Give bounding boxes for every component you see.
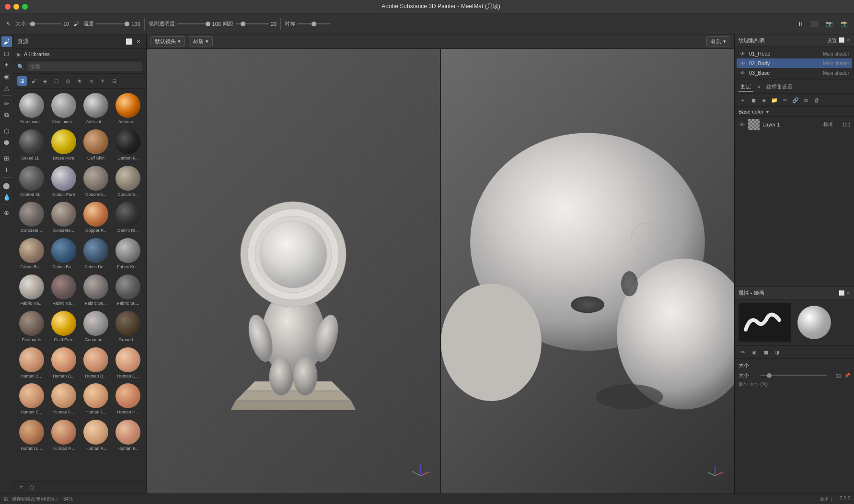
material-item[interactable]: Human B... — [48, 346, 79, 380]
add-layer-btn[interactable]: + — [739, 96, 747, 104]
material-item[interactable]: Fabric Su... — [113, 273, 143, 308]
material-item[interactable]: Fabric Ba... — [16, 237, 46, 271]
layer-eye-icon[interactable]: 👁 — [739, 121, 745, 128]
material-item[interactable]: Artificial ... — [81, 92, 111, 126]
camera-btn[interactable]: 📷 — [823, 19, 835, 29]
brush-size-pin[interactable]: 📌 — [844, 373, 850, 378]
close-button[interactable] — [5, 4, 11, 10]
size-slider[interactable] — [28, 23, 61, 24]
filter-material[interactable]: ◎ — [63, 76, 73, 86]
filter-texture[interactable]: ⬡ — [52, 76, 61, 86]
material-item[interactable]: Human F... — [48, 382, 79, 416]
viewport-container[interactable]: X Y Z — [147, 49, 734, 493]
material-item[interactable]: Autumn ... — [113, 92, 143, 126]
screenshot-btn[interactable]: 📸 — [838, 19, 850, 29]
prop-pen-icon[interactable]: ✏ — [739, 348, 747, 356]
asset-panel-close[interactable]: ✕ — [135, 38, 142, 46]
material-item[interactable]: Fabric Ba... — [48, 237, 79, 271]
layer-1-entry[interactable]: 👁 Layer 1 标准 100 — [735, 117, 854, 132]
prop-close[interactable]: ✕ — [846, 290, 850, 296]
cursor-tool[interactable]: ↖ — [4, 19, 13, 29]
material-item[interactable]: Baked Li... — [16, 128, 46, 162]
material-dropdown[interactable]: 材质 ▾ — [189, 36, 213, 46]
material-item[interactable]: Gouache ... — [81, 309, 111, 344]
layers-tab-close[interactable]: ✕ — [757, 84, 761, 90]
material-item[interactable]: Copper P... — [81, 200, 111, 235]
filter-alpha[interactable]: ◈ — [40, 76, 50, 86]
asset-panel-expand[interactable]: ⬜ — [125, 38, 133, 46]
material-item[interactable]: Human E... — [16, 382, 46, 416]
clone-tool[interactable]: ⧉ — [1, 110, 12, 120]
pause-btn[interactable]: ⏸ — [795, 19, 806, 29]
maximize-button[interactable] — [22, 4, 28, 10]
sym-slider[interactable] — [297, 23, 331, 24]
geometry-tool[interactable]: △ — [1, 82, 12, 93]
text-tool[interactable]: T — [1, 164, 12, 175]
tab-layers[interactable]: 图层 — [739, 82, 753, 92]
smudge-tool[interactable]: ✦ — [1, 59, 12, 70]
material-item[interactable]: Fabric Ro... — [16, 273, 46, 308]
camera-dropdown[interactable]: 默认镜头 ▾ — [150, 36, 185, 46]
material-item[interactable]: Cobalt Pure — [48, 164, 79, 199]
filter-filter[interactable]: ≋ — [86, 76, 96, 86]
paint-tool[interactable]: 🖌 — [1, 36, 12, 47]
material-item[interactable]: Carbon F... — [113, 128, 143, 162]
filter-brush[interactable]: 🖌 — [29, 76, 38, 86]
add-mask-btn[interactable]: ◈ — [760, 96, 768, 104]
layer-delete-btn[interactable]: 🗑 — [812, 96, 821, 104]
add-fill-btn[interactable]: ◼ — [749, 96, 758, 104]
grid-view-btn[interactable]: ⬡ — [28, 484, 35, 492]
texture-set-item[interactable]: 👁 02_Body Main shader — [737, 58, 852, 68]
brush-size-slider[interactable] — [761, 375, 827, 376]
material-item[interactable]: Human C... — [113, 346, 143, 380]
eye-dropper-tool[interactable]: 💧 — [1, 192, 12, 202]
eye-icon[interactable]: 👁 — [739, 50, 746, 57]
material-item[interactable]: Fabric De... — [81, 237, 111, 271]
tab-texture-set[interactable]: 纹理集设置 — [764, 82, 795, 92]
material-item[interactable]: Human F... — [113, 418, 143, 453]
search-input[interactable] — [27, 62, 142, 71]
opacity-slider[interactable] — [177, 23, 210, 24]
material-item[interactable]: Calf Skin — [81, 128, 111, 162]
prop-circle-icon[interactable]: ◉ — [750, 348, 759, 356]
material-item[interactable]: Fabric Ro... — [48, 273, 79, 308]
transform-tool[interactable]: ⊕ — [1, 207, 12, 218]
picker-tool[interactable]: ✏ — [1, 98, 12, 109]
mask-tool[interactable]: ⬢ — [1, 137, 12, 148]
select-tool[interactable]: ⬡ — [1, 126, 12, 136]
filter-all[interactable]: ⊞ — [17, 76, 27, 86]
render-btn[interactable]: ⬛ — [808, 19, 820, 29]
material-item[interactable]: Human F... — [81, 418, 111, 453]
material-item[interactable]: Denim Ri... — [113, 200, 143, 235]
material-item[interactable]: Human F... — [81, 382, 111, 416]
minimize-button[interactable] — [13, 4, 19, 10]
material-item[interactable]: Human L... — [16, 418, 46, 453]
measure-tool[interactable]: ⊞ — [1, 153, 12, 163]
viewport-left[interactable]: X Y Z — [147, 49, 441, 493]
viewport-right[interactable]: U — [441, 49, 734, 493]
layer-copy-btn[interactable]: ⧉ — [802, 96, 810, 104]
material-item[interactable]: Fabric Kn... — [113, 237, 143, 271]
eye-icon[interactable]: 👁 — [739, 69, 746, 76]
material-item[interactable]: Fabric So... — [81, 273, 111, 308]
material-item[interactable]: Concrete... — [48, 200, 79, 235]
base-color-dropdown[interactable]: ▾ — [766, 109, 769, 115]
material-item[interactable]: Human F... — [48, 418, 79, 453]
material-item[interactable]: Footprints — [16, 309, 46, 344]
filter-grid[interactable]: ⊟ — [109, 76, 119, 86]
layer-edit-btn[interactable]: ✏ — [781, 96, 789, 104]
material-item[interactable]: Human B... — [16, 346, 46, 380]
list-view-btn[interactable]: ≡ — [17, 484, 25, 492]
texture-set-close[interactable]: ✕ — [846, 37, 850, 44]
material-item[interactable]: Concrete... — [113, 164, 143, 199]
fill-tool[interactable]: ◉ — [1, 71, 12, 81]
material-item[interactable]: Gold Pure — [48, 309, 79, 344]
spacing-slider[interactable] — [235, 23, 269, 24]
prop-moon-icon[interactable]: ◑ — [773, 348, 782, 356]
filter-env[interactable]: ☀ — [98, 76, 107, 86]
eraser-tool[interactable]: ◻ — [1, 48, 12, 58]
paint-brush-tool[interactable]: 🖌 — [71, 19, 81, 29]
color-picker-tool[interactable]: ⬤ — [1, 180, 12, 191]
add-folder-btn[interactable]: 📁 — [770, 96, 779, 104]
texture-set-item[interactable]: 👁 01_Head Main shader — [737, 49, 852, 58]
